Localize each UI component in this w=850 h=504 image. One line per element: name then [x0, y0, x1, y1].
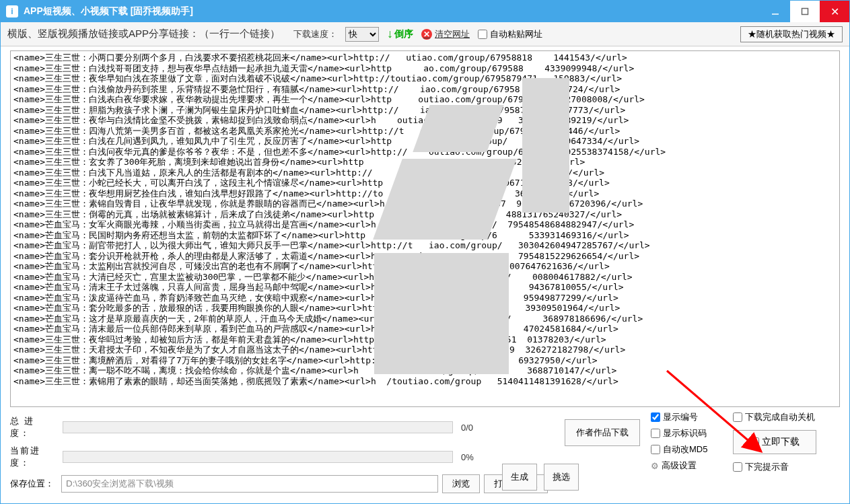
total-progress-bar — [63, 421, 453, 433]
author-works-button[interactable]: 作者作品下载 — [565, 419, 640, 446]
x-circle-icon: ✕ — [421, 29, 432, 40]
auto-shutdown-checkbox[interactable] — [733, 412, 742, 422]
main-instruction-label: 横版、竖版视频播放链接或APP分享链接：（一行一个链接） — [7, 28, 280, 40]
app-icon: i — [6, 5, 18, 17]
generate-button[interactable]: 生成 — [502, 464, 537, 491]
speed-select[interactable]: 快 — [345, 27, 379, 42]
total-progress-text: 0/0 — [461, 423, 473, 433]
auto-md5-checkbox-label[interactable]: 自动改MD5 — [651, 443, 707, 456]
current-progress-label: 当前进度： — [10, 445, 57, 469]
show-number-checkbox[interactable] — [651, 412, 660, 422]
bottom-panel: 总 进 度： 0/0 当前进度： 0% 保存位置： 浏览 打开文件夹 作者作品下… — [1, 411, 849, 503]
show-number-checkbox-label[interactable]: 显示编号 — [651, 411, 707, 423]
pick-button[interactable]: 挑选 — [544, 464, 579, 491]
save-path-label: 保存位置： — [10, 478, 57, 490]
auto-paste-checkbox[interactable] — [478, 30, 487, 39]
browse-button[interactable]: 浏览 — [442, 474, 480, 493]
show-identify-checkbox-label[interactable]: 显示标识码 — [651, 427, 707, 439]
reverse-order-button[interactable]: ↓ 倒序 — [387, 27, 413, 41]
total-progress-label: 总 进 度： — [10, 415, 57, 439]
show-identify-checkbox[interactable] — [651, 429, 660, 438]
current-progress-bar — [63, 451, 453, 463]
close-button[interactable]: ✕ — [820, 1, 849, 22]
minimize-button[interactable] — [760, 1, 790, 22]
maximize-button[interactable] — [790, 1, 820, 22]
window-title: APP短视频、小视频下载 [固乔视频助手] — [24, 5, 193, 17]
done-sound-checkbox[interactable] — [733, 462, 742, 472]
svg-rect-1 — [802, 9, 808, 15]
speed-label: 下载速度： — [293, 28, 337, 40]
toolbar: 横版、竖版视频播放链接或APP分享链接：（一行一个链接） 下载速度： 快 ↓ 倒… — [1, 22, 849, 46]
down-arrow-icon: ↓ — [387, 27, 393, 41]
auto-paste-checkbox-label[interactable]: 自动粘贴网址 — [478, 28, 542, 40]
download-now-checkbox[interactable] — [750, 437, 759, 447]
done-sound-checkbox-label[interactable]: 下完提示音 — [733, 461, 816, 473]
save-path-input[interactable] — [61, 475, 438, 493]
current-progress-text: 0% — [461, 452, 474, 462]
random-hot-video-button[interactable]: ★随机获取热门视频★ — [740, 26, 843, 42]
url-textarea[interactable]: <name>三生三世：小两口要分别两个多月，白浅要求不要招惹桃花回来</name… — [10, 50, 840, 407]
clear-urls-link[interactable]: ✕ 清空网址 — [421, 28, 470, 40]
titlebar: i APP短视频、小视频下载 [固乔视频助手] ✕ — [1, 1, 849, 22]
gear-icon: ⚙ — [651, 461, 659, 471]
advanced-settings-link[interactable]: ⚙ 高级设置 — [651, 460, 707, 472]
download-now-button[interactable]: 立即下载 — [733, 430, 816, 454]
auto-shutdown-checkbox-label[interactable]: 下载完成自动关机 — [733, 411, 816, 423]
auto-md5-checkbox[interactable] — [651, 445, 660, 454]
